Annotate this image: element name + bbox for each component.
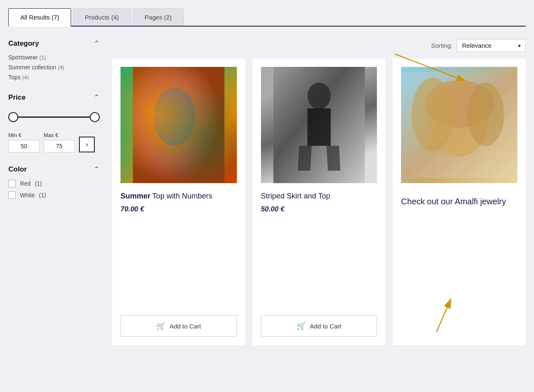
product-price-2: 50.00 €: [261, 205, 377, 213]
add-to-cart-button-1[interactable]: 🛒 Add to Cart: [121, 315, 237, 337]
cart-icon-2: 🛒: [297, 321, 306, 331]
category-collapse-icon[interactable]: ⌃: [94, 39, 100, 48]
sorting-select[interactable]: Relevance Price: Low to High Price: High…: [457, 39, 526, 52]
product-card-2: Striped Skirt and Top 50.00 € 🛒 Add to C…: [253, 59, 386, 345]
svg-point-5: [307, 83, 330, 109]
add-to-cart-button-2[interactable]: 🛒 Add to Cart: [261, 315, 377, 337]
svg-rect-8: [326, 146, 340, 171]
color-filter-item-white[interactable]: White (1): [8, 191, 100, 199]
main-content: Category ⌃ Sportswear (1) Summer collect…: [8, 39, 526, 345]
product-image-2: [261, 67, 377, 183]
svg-rect-0: [133, 67, 224, 183]
svg-point-12: [412, 78, 454, 152]
tab-pages[interactable]: Pages (2): [133, 8, 184, 26]
min-price-group: Min €: [8, 132, 39, 152]
product-price-1: 70.00 €: [121, 205, 237, 213]
sorting-label: Sorting:: [431, 42, 453, 49]
checkbox-red[interactable]: [8, 180, 16, 187]
category-filter-item-sportswear[interactable]: Sportswear (1): [8, 54, 100, 61]
max-price-group: Max €: [44, 132, 75, 152]
product-name-2: Striped Skirt and Top: [261, 191, 377, 201]
page-card-title-3: Check out our Amalfi jewelry: [401, 196, 517, 207]
svg-rect-7: [298, 146, 311, 171]
svg-rect-1: [133, 67, 224, 183]
category-filter: Category ⌃ Sportswear (1) Summer collect…: [8, 39, 100, 81]
min-price-input[interactable]: [8, 140, 39, 152]
max-price-input[interactable]: [44, 140, 75, 152]
product-image-3: [401, 67, 517, 183]
sidebar: Category ⌃ Sportswear (1) Summer collect…: [8, 39, 100, 345]
category-filter-item-summer[interactable]: Summer collection (4): [8, 64, 100, 71]
product-image-svg-3: [401, 67, 517, 183]
tabs-bar: All Results (7) Products (4) Pages (2): [8, 8, 526, 27]
price-go-button[interactable]: ›: [79, 137, 95, 152]
cart-icon-1: 🛒: [156, 321, 165, 331]
color-filter-header: Color ⌃: [8, 165, 100, 174]
svg-point-13: [467, 83, 504, 146]
category-filter-title: Category: [8, 39, 39, 48]
tab-products[interactable]: Products (4): [73, 8, 131, 26]
slider-track: [8, 117, 100, 118]
product-card-1: Summer Top with Numbers 70.00 € 🛒 Add to…: [112, 59, 245, 345]
tab-all-results[interactable]: All Results (7): [8, 8, 71, 27]
product-name-1: Summer Top with Numbers: [121, 191, 237, 201]
slider-thumb-min[interactable]: [8, 112, 18, 122]
svg-rect-6: [307, 108, 330, 146]
color-filter: Color ⌃ Red (1) White (1): [8, 165, 100, 199]
products-area: Sorting: Relevance Price: Low to High Pr…: [112, 39, 526, 345]
color-collapse-icon[interactable]: ⌃: [94, 165, 100, 174]
sorting-bar: Sorting: Relevance Price: Low to High Pr…: [112, 39, 526, 52]
product-image-svg-2: [261, 67, 377, 183]
price-inputs: Min € Max € ›: [8, 132, 100, 152]
product-image-svg-1: [121, 67, 237, 183]
product-image-1: [121, 67, 237, 183]
product-grid: Summer Top with Numbers 70.00 € 🛒 Add to…: [112, 59, 526, 345]
price-filter-header: Price ⌃: [8, 93, 100, 102]
max-price-label: Max €: [44, 132, 75, 138]
category-filter-header: Category ⌃: [8, 39, 100, 48]
color-filter-title: Color: [8, 165, 27, 174]
price-slider[interactable]: [8, 109, 100, 125]
svg-point-2: [154, 88, 195, 146]
product-card-3: Check out our Amalfi jewelry: [393, 59, 526, 345]
checkbox-white[interactable]: [8, 191, 16, 199]
color-filter-item-red[interactable]: Red (1): [8, 180, 100, 187]
price-collapse-icon[interactable]: ⌃: [94, 93, 100, 102]
price-filter: Price ⌃ Min € Max € ›: [8, 93, 100, 152]
slider-thumb-max[interactable]: [90, 112, 100, 122]
price-filter-title: Price: [8, 93, 26, 102]
category-filter-item-tops[interactable]: Tops (4): [8, 74, 100, 81]
sorting-wrapper: Relevance Price: Low to High Price: High…: [457, 39, 526, 52]
min-price-label: Min €: [8, 132, 39, 138]
